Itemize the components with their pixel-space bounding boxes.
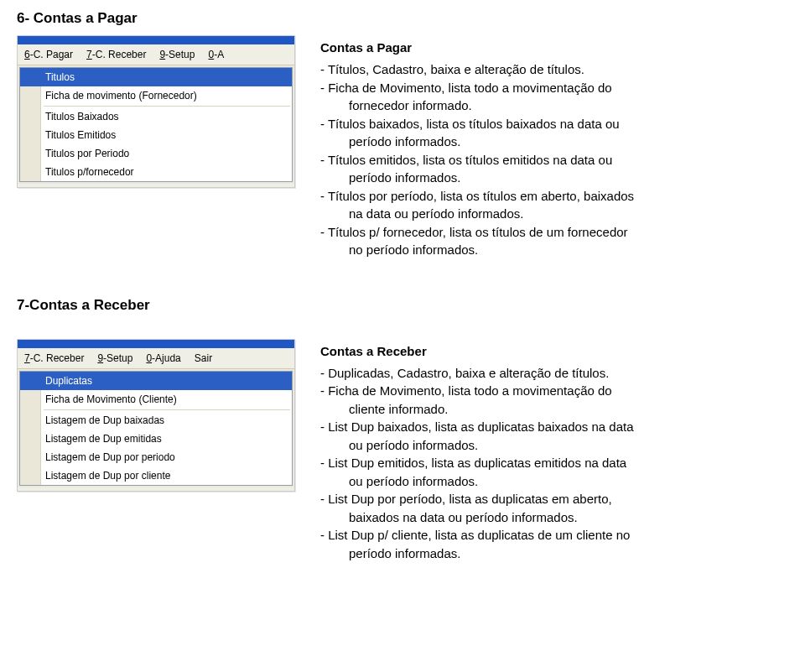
- desc-line: - Títulos p/ fornecedor, lista os título…: [320, 224, 788, 241]
- desc-line: - Títulos, Cadastro, baixa e alteração d…: [320, 61, 788, 78]
- menu-item-dup-cliente[interactable]: Listagem de Dup por cliente: [20, 466, 292, 485]
- desc-line: - Títulos por período, lista os títulos …: [320, 188, 788, 205]
- desc-line-cont: período informadas.: [349, 545, 788, 562]
- desc-title-1: Contas a Pagar: [320, 40, 788, 55]
- desc-col-2: Contas a Receber - Duplicadas, Cadastro,…: [320, 339, 788, 564]
- menu-item-titulos-emitidos[interactable]: Titulos Emitidos: [20, 126, 292, 144]
- desc-title-2: Contas a Receber: [320, 344, 788, 358]
- desc-list-2: - Duplicadas, Cadastro, baixa e alteraçã…: [320, 365, 788, 562]
- desc-line-cont: baixados na data ou período informados.: [349, 509, 788, 526]
- desc-line: - List Dup p/ cliente, lista as duplicat…: [320, 527, 788, 544]
- menu-bar-1: 6-C. Pagar 7-C. Receber 9-Setup 0-A: [18, 44, 294, 65]
- section-1-heading: 6- Contas a Pagar: [17, 10, 788, 27]
- menubar-item-ajuda[interactable]: 0-Ajuda: [139, 351, 187, 366]
- menubar-item-cpagar[interactable]: 6-C. Pagar: [18, 47, 80, 62]
- dropdown-menu-1: Titulos Ficha de movimento (Fornecedor) …: [19, 67, 293, 182]
- menu-item-dup-emitidas[interactable]: Listagem de Dup emitidas: [20, 430, 292, 448]
- menubar-item-creceber[interactable]: 7-C. Receber: [80, 47, 153, 62]
- menu-item-ficha-mov[interactable]: Ficha de movimento (Fornecedor): [20, 86, 292, 105]
- menu-item-ficha-mov-cliente[interactable]: Ficha de Movimento (Cliente): [20, 390, 292, 409]
- desc-line-cont: no período informados.: [349, 242, 788, 258]
- desc-col-1: Contas a Pagar - Títulos, Cadastro, baix…: [320, 35, 788, 260]
- section-2-heading: 7-Contas a Receber: [17, 297, 788, 314]
- desc-line-cont: fornecedor informado.: [349, 97, 788, 114]
- section-1-row: 6-C. Pagar 7-C. Receber 9-Setup 0-A Titu…: [17, 35, 788, 260]
- menu-item-dup-baixadas[interactable]: Listagem de Dup baixadas: [20, 411, 292, 430]
- desc-line: - Títulos emitidos, lista os títulos emi…: [320, 152, 788, 169]
- desc-line: - Duplicadas, Cadastro, baixa e alteraçã…: [320, 365, 788, 382]
- menu-item-titulos-fornecedor[interactable]: Titulos p/fornecedor: [20, 163, 292, 181]
- desc-line: - List Dup por período, lista as duplica…: [320, 491, 788, 508]
- window-title-bar: [18, 340, 294, 348]
- menu-item-titulos[interactable]: Titulos: [20, 68, 292, 86]
- menubar-item-setup[interactable]: 9-Setup: [91, 351, 139, 366]
- menu-box-1: 6-C. Pagar 7-C. Receber 9-Setup 0-A Titu…: [17, 35, 295, 188]
- menu-bar-2: 7-C. Receber 9-Setup 0-Ajuda Sair: [18, 348, 294, 369]
- menu-item-duplicatas[interactable]: Duplicatas: [20, 372, 292, 390]
- menu-item-dup-periodo[interactable]: Listagem de Dup por periodo: [20, 448, 292, 466]
- desc-line-cont: período informados.: [349, 169, 788, 186]
- desc-line: - List Dup emitidos, lista as duplicatas…: [320, 455, 788, 471]
- desc-line: - Ficha de Movimento, lista todo a movim…: [320, 80, 788, 96]
- menu-tail: [18, 184, 294, 187]
- section-2-row: 7-C. Receber 9-Setup 0-Ajuda Sair Duplic…: [17, 339, 788, 564]
- dropdown-menu-2: Duplicatas Ficha de Movimento (Cliente) …: [19, 371, 293, 486]
- desc-line-cont: ou período informados.: [349, 437, 788, 454]
- menu-tail: [18, 487, 294, 491]
- menu-separator: [44, 409, 290, 410]
- menu-separator: [44, 106, 290, 107]
- menu-box-2: 7-C. Receber 9-Setup 0-Ajuda Sair Duplic…: [17, 339, 295, 492]
- desc-line-cont: na data ou período informados.: [349, 206, 788, 222]
- desc-line-cont: cliente informado.: [349, 401, 788, 418]
- desc-line-cont: ou período informados.: [349, 473, 788, 490]
- menubar-item-sair[interactable]: Sair: [188, 351, 219, 366]
- desc-line: - List Dup baixados, lista as duplicatas…: [320, 419, 788, 435]
- menubar-item-ajuda[interactable]: 0-A: [201, 47, 231, 62]
- desc-list-1: - Títulos, Cadastro, baixa e alteração d…: [320, 61, 788, 258]
- desc-line: - Ficha de Movimento, lista todo a movim…: [320, 383, 788, 399]
- menubar-item-creceber[interactable]: 7-C. Receber: [18, 351, 91, 366]
- menu-item-titulos-periodo[interactable]: Titulos por Periodo: [20, 144, 292, 163]
- menubar-item-setup[interactable]: 9-Setup: [153, 47, 201, 62]
- menu-item-titulos-baixados[interactable]: Titulos Baixados: [20, 107, 292, 126]
- desc-line: - Títulos baixados, lista os títulos bai…: [320, 116, 788, 133]
- window-title-bar: [18, 36, 294, 44]
- desc-line-cont: período informados.: [349, 133, 788, 150]
